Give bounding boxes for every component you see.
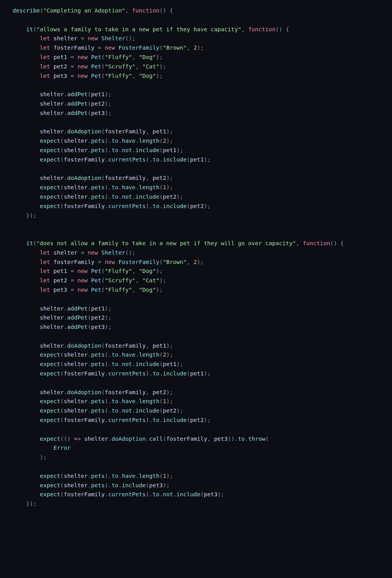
it2-label: "does not allow a family to take in a ne… [36,240,296,246]
doadoption-method: doAdoption [67,128,101,135]
expect-fn: expect [40,138,60,144]
shelter-type: Shelter [101,35,125,41]
error-type: Error [54,445,71,451]
fosterfamily-type: FosterFamily [119,45,160,51]
describe-label: "Completing an Adoption" [43,7,126,14]
new-keyword: new [88,35,98,41]
describe-call: describe [13,7,40,14]
code-block: describe("Completing an Adoption", funct… [0,0,392,515]
function-keyword: function [132,7,160,14]
it1-label: "allows a family to take in a new pet if… [36,26,241,32]
addpet-method: addPet [67,91,88,97]
it-call: it [26,26,33,32]
let-keyword: let [40,35,50,41]
arrow-fn: => [74,436,81,442]
pet-type: Pet [91,54,101,60]
